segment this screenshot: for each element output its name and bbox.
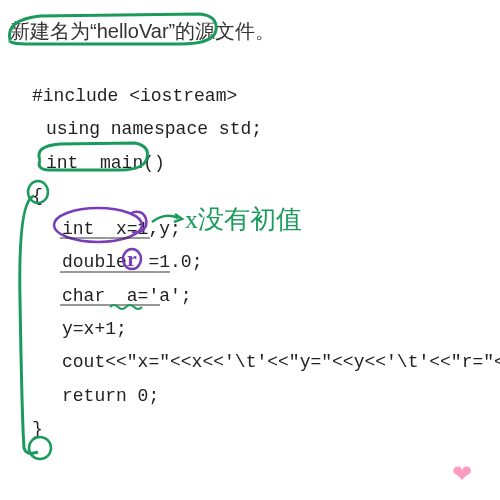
- code-line-1: #include <iostream>: [32, 80, 500, 113]
- code-line-8: y=x+1;: [32, 313, 500, 346]
- heart-icon: ❤: [452, 460, 472, 488]
- code-6a: double: [62, 252, 138, 272]
- code-line-2: using namespace std;: [32, 113, 500, 146]
- code-6b: =1.0;: [148, 252, 202, 272]
- title-prefix: 新建名为: [10, 20, 90, 42]
- code-line-7: char a='a';: [32, 280, 500, 313]
- code-block: #include <iostream> using namespace std;…: [32, 80, 500, 446]
- code-line-11: }: [32, 413, 500, 446]
- code-line-3: int main(): [32, 147, 500, 180]
- code-line-6: double =1.0;: [32, 246, 500, 279]
- code-5b: y;: [159, 219, 181, 239]
- code-line-9: cout<<"x="<<x<<'\t'<<"y="<<y<<'\t'<<"r="…: [32, 346, 500, 379]
- open-quote: “: [90, 20, 97, 42]
- code-line-5: int x=1,y;: [32, 213, 500, 246]
- title-suffix: 的源文件。: [175, 20, 275, 42]
- title-line: 新建名为“helloVar”的源文件。: [10, 18, 275, 45]
- code-line-4: {: [32, 180, 500, 213]
- code-line-10: return 0;: [32, 380, 500, 413]
- code-5a: int x=1: [62, 219, 148, 239]
- filename: helloVar: [97, 20, 169, 42]
